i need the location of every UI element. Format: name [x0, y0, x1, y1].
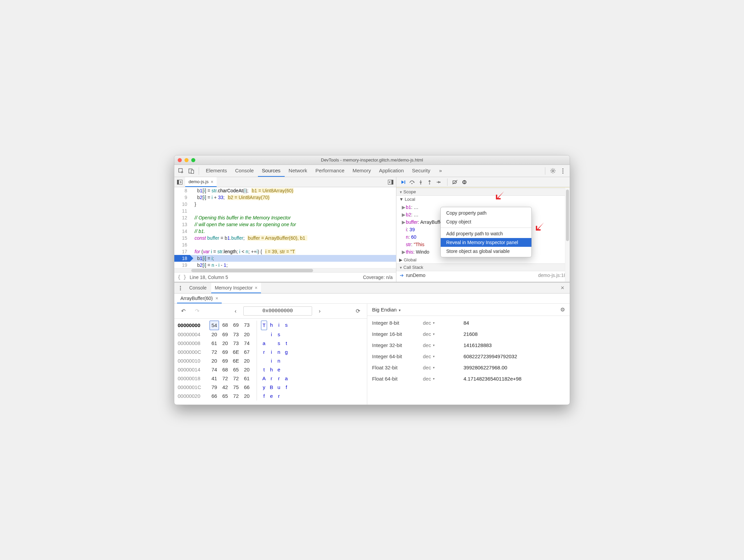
- ascii-char[interactable]: a: [261, 339, 267, 348]
- hex-byte[interactable]: 72: [231, 374, 241, 383]
- hex-row[interactable]: 0000002066657220fer.: [178, 392, 364, 401]
- hex-byte[interactable]: 72: [220, 374, 230, 383]
- ascii-char[interactable]: f: [261, 392, 267, 401]
- hex-byte[interactable]: 74: [210, 365, 219, 374]
- ascii-char[interactable]: .: [261, 330, 267, 339]
- code-line[interactable]: 8 b1[i] = str.charCodeAt(i); b1 = Uint8A…: [174, 187, 396, 194]
- ascii-char[interactable]: s: [276, 339, 282, 348]
- hex-byte[interactable]: 73: [242, 321, 251, 330]
- code-line[interactable]: 11: [174, 208, 396, 214]
- drawer-tab-memory-inspector[interactable]: Memory Inspector ×: [211, 283, 261, 293]
- ascii-char[interactable]: h: [268, 321, 275, 330]
- code-line[interactable]: 15 const buffer = b1.buffer; buffer = Ar…: [174, 235, 396, 241]
- close-tab-icon[interactable]: ×: [211, 179, 213, 185]
- tab-elements[interactable]: Elements: [202, 165, 231, 177]
- ascii-char[interactable]: t: [283, 339, 289, 348]
- ascii-char[interactable]: .: [283, 357, 289, 365]
- interp-format-select[interactable]: dec ▾: [423, 320, 463, 326]
- ascii-char[interactable]: .: [268, 339, 275, 348]
- deactivate-breakpoints-icon[interactable]: [451, 178, 459, 186]
- hex-byte[interactable]: 20: [242, 365, 251, 374]
- context-menu-item[interactable]: Add property path to watch: [441, 229, 531, 238]
- hex-byte[interactable]: 72: [210, 348, 219, 357]
- ascii-char[interactable]: .: [283, 392, 289, 401]
- page-next-icon[interactable]: ›: [316, 308, 323, 314]
- pause-on-exceptions-icon[interactable]: [460, 178, 468, 186]
- ascii-char[interactable]: f: [283, 383, 289, 392]
- close-tab-icon[interactable]: ×: [255, 285, 257, 290]
- tab-sources[interactable]: Sources: [258, 165, 285, 177]
- hex-byte[interactable]: 61: [242, 374, 251, 383]
- ascii-char[interactable]: T: [261, 321, 267, 330]
- ascii-char[interactable]: .: [283, 330, 289, 339]
- ascii-char[interactable]: r: [276, 374, 282, 383]
- ascii-char[interactable]: i: [276, 321, 282, 330]
- scope-scrollbar[interactable]: [565, 188, 570, 282]
- hex-byte[interactable]: 20: [242, 392, 251, 401]
- hex-byte[interactable]: 68: [220, 365, 230, 374]
- step-into-icon[interactable]: [417, 178, 425, 186]
- interpreter-settings-icon[interactable]: ⚙: [560, 306, 565, 313]
- context-menu-item[interactable]: Reveal in Memory Inspector panel: [441, 238, 531, 247]
- tab-console[interactable]: Console: [231, 165, 258, 177]
- settings-gear-icon[interactable]: [548, 166, 557, 176]
- ascii-char[interactable]: A: [261, 374, 267, 383]
- interp-format-select[interactable]: dec ▾: [423, 331, 463, 337]
- hex-row[interactable]: 0000000C72696E67ring: [178, 348, 364, 357]
- drawer-close-icon[interactable]: ×: [557, 284, 568, 292]
- hex-byte[interactable]: 20: [210, 330, 219, 339]
- pretty-print-icon[interactable]: { }: [178, 275, 186, 280]
- code-line[interactable]: 16: [174, 241, 396, 248]
- interp-format-select[interactable]: dec ▾: [423, 376, 463, 382]
- step-out-icon[interactable]: [425, 178, 434, 186]
- call-stack-header[interactable]: Call Stack: [396, 263, 570, 271]
- close-tab-icon[interactable]: ×: [215, 296, 218, 301]
- step-over-icon[interactable]: [408, 178, 416, 186]
- address-input[interactable]: [243, 306, 312, 316]
- endianness-select[interactable]: Big Endian▾: [372, 307, 401, 313]
- step-icon[interactable]: [434, 178, 442, 186]
- ascii-char[interactable]: r: [268, 374, 275, 383]
- code-line[interactable]: 10 }: [174, 201, 396, 208]
- hex-byte[interactable]: 20: [220, 339, 230, 348]
- code-line[interactable]: 18 b1[i] = i;: [174, 255, 396, 262]
- ascii-char[interactable]: e: [276, 365, 282, 374]
- ascii-char[interactable]: t: [261, 365, 267, 374]
- interp-format-select[interactable]: dec ▾: [423, 353, 463, 359]
- scope-local-header[interactable]: Local: [405, 197, 415, 202]
- hex-byte[interactable]: 73: [231, 339, 241, 348]
- hex-byte[interactable]: 42: [220, 383, 230, 392]
- device-toolbar-icon[interactable]: [187, 166, 196, 176]
- ascii-char[interactable]: s: [276, 330, 282, 339]
- code-line[interactable]: 17 for (var i = str.length; i < n; ++i) …: [174, 248, 396, 255]
- context-menu-item[interactable]: Copy object: [441, 217, 531, 226]
- ascii-char[interactable]: u: [276, 383, 282, 392]
- tab-network[interactable]: Network: [285, 165, 311, 177]
- page-prev-icon[interactable]: ‹: [232, 308, 239, 314]
- ascii-char[interactable]: n: [276, 357, 282, 365]
- hex-byte[interactable]: 61: [210, 339, 219, 348]
- hex-row[interactable]: 0000000054686973This: [178, 321, 364, 330]
- memory-buffer-tab[interactable]: ArrayBuffer(60) ×: [177, 294, 222, 303]
- hex-row[interactable]: 0000001474686520the.: [178, 365, 364, 374]
- file-tab[interactable]: demo-js.js ×: [185, 177, 217, 187]
- debugger-sidebar-toggle-icon[interactable]: [387, 178, 395, 186]
- hex-byte[interactable]: 65: [231, 365, 241, 374]
- hex-byte[interactable]: 69: [220, 348, 230, 357]
- ascii-char[interactable]: h: [268, 365, 275, 374]
- horizontal-scrollbar[interactable]: [174, 268, 396, 272]
- code-line[interactable]: 13 // will open the same view as for ope…: [174, 221, 396, 228]
- tab-performance[interactable]: Performance: [311, 165, 349, 177]
- navigator-toggle-icon[interactable]: [176, 178, 184, 186]
- hex-row[interactable]: 0000000861207374a.st: [178, 339, 364, 348]
- kebab-menu-icon[interactable]: [558, 166, 568, 176]
- more-tabs-icon[interactable]: »: [435, 165, 446, 177]
- hex-byte[interactable]: 20: [242, 357, 251, 365]
- ascii-char[interactable]: i: [268, 357, 275, 365]
- scope-section-header[interactable]: Scope: [396, 188, 570, 196]
- hex-byte[interactable]: 20: [242, 330, 251, 339]
- ascii-char[interactable]: B: [268, 383, 275, 392]
- context-menu-item[interactable]: Store object as global variable: [441, 247, 531, 256]
- ascii-char[interactable]: i: [268, 330, 275, 339]
- ascii-char[interactable]: .: [283, 365, 289, 374]
